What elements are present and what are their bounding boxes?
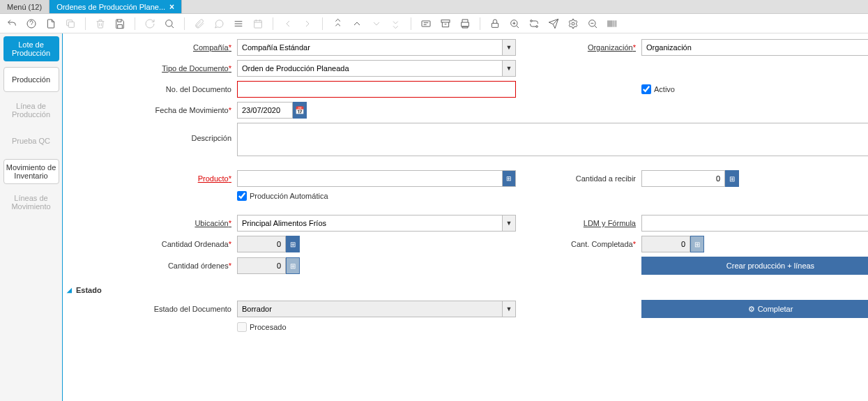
section-estado-label: Estado xyxy=(76,286,102,294)
field-tipodoc[interactable] xyxy=(237,60,502,77)
field-ldm[interactable] xyxy=(641,215,868,232)
checkbox-procesado xyxy=(237,322,247,332)
settings-icon[interactable] xyxy=(567,17,579,30)
svg-point-2 xyxy=(166,20,172,26)
field-descripcion[interactable] xyxy=(237,123,868,156)
label-tipodoc[interactable]: Tipo de Documento* xyxy=(63,64,237,73)
calc-icon: ⊞ xyxy=(690,236,704,252)
label-organizacion[interactable]: Organización* xyxy=(516,43,641,52)
calc-icon[interactable]: ⊞ xyxy=(725,170,739,187)
sidetab-lineasmov[interactable]: Líneas de Movimiento xyxy=(3,190,59,215)
field-estadodoc[interactable] xyxy=(237,301,502,317)
field-cantord[interactable] xyxy=(237,236,286,252)
svg-point-11 xyxy=(531,20,533,22)
chat-icon[interactable] xyxy=(213,17,225,30)
search-icon[interactable] xyxy=(163,17,176,30)
section-estado[interactable]: ◢Estado xyxy=(67,286,860,294)
checkbox-activo[interactable] xyxy=(641,84,651,94)
dropdown-icon[interactable]: ▼ xyxy=(502,215,516,232)
product-icon[interactable] xyxy=(586,17,599,30)
svg-rect-9 xyxy=(492,23,498,27)
field-compania[interactable] xyxy=(237,39,502,56)
new-icon[interactable] xyxy=(45,17,57,30)
label-prodauto: Producción Automática xyxy=(250,192,328,200)
label-ubicacion[interactable]: Ubicación* xyxy=(63,219,237,227)
field-cantordenes[interactable] xyxy=(237,257,286,274)
dropdown-icon[interactable]: ▼ xyxy=(502,301,516,317)
svg-rect-6 xyxy=(254,20,262,28)
refresh-icon[interactable] xyxy=(144,17,156,30)
undo-icon[interactable] xyxy=(6,17,18,30)
lock-icon[interactable] xyxy=(489,17,501,30)
label-fechamov: Fecha de Movimiento* xyxy=(63,106,237,114)
print-icon[interactable] xyxy=(459,17,471,30)
workflow-icon[interactable] xyxy=(528,17,540,30)
attach-icon[interactable] xyxy=(193,17,206,30)
up-icon[interactable] xyxy=(351,17,363,30)
tab-current[interactable]: Ordenes de Producción Plane... × xyxy=(50,0,182,13)
barcode-icon[interactable] xyxy=(606,17,618,30)
calc-icon[interactable]: ⊞ xyxy=(286,236,300,252)
svg-point-12 xyxy=(536,25,538,27)
label-estadodoc: Estado del Documento xyxy=(63,305,237,313)
send-icon[interactable] xyxy=(547,17,560,30)
down-icon[interactable] xyxy=(370,17,383,30)
sidetab-movimiento[interactable]: Movimiento de Inventario xyxy=(3,159,59,184)
label-cantrecibir: Cantidad a recibir xyxy=(516,174,641,183)
dropdown-icon[interactable]: ▼ xyxy=(502,39,516,56)
report-icon[interactable] xyxy=(420,17,432,30)
calendar-icon[interactable] xyxy=(252,17,264,30)
prev-icon[interactable] xyxy=(282,17,294,30)
toolbar xyxy=(0,14,868,33)
field-fechamov[interactable] xyxy=(237,102,293,119)
sidetab-lote[interactable]: Lote de Producción xyxy=(3,36,59,61)
label-descripcion: Descripción xyxy=(63,123,237,142)
label-ldm[interactable]: LDM y Fórmula xyxy=(516,219,641,227)
gear-icon: ⚙ xyxy=(748,305,755,314)
save-icon[interactable] xyxy=(114,17,126,30)
tab-menu[interactable]: Menú (12) xyxy=(0,0,50,13)
label-activo: Activo xyxy=(654,85,675,93)
label-compania[interactable]: Compañía* xyxy=(63,43,237,52)
field-cantcomp[interactable] xyxy=(641,236,690,252)
sidetab-linea[interactable]: Línea de Producción xyxy=(3,98,59,123)
delete-icon[interactable] xyxy=(94,17,107,30)
field-producto[interactable] xyxy=(237,170,502,187)
label-numdoc: No. del Documento xyxy=(63,85,237,93)
calendar-picker-icon[interactable]: 📅 xyxy=(293,102,307,119)
grid-icon[interactable] xyxy=(232,17,245,30)
tab-menu-label: Menú (12) xyxy=(7,3,42,11)
sidebar: Lote de Producción Producción Línea de P… xyxy=(0,33,63,401)
btn-crear-produccion[interactable]: Crear producción + líneas xyxy=(641,257,868,275)
first-icon[interactable] xyxy=(331,17,344,30)
tab-bar: Menú (12) Ordenes de Producción Plane...… xyxy=(0,0,868,14)
svg-point-13 xyxy=(572,22,574,25)
archive-icon[interactable] xyxy=(439,17,452,30)
sidetab-qc[interactable]: Prueba QC xyxy=(3,128,59,153)
label-producto[interactable]: Producto* xyxy=(63,174,237,183)
close-icon[interactable]: × xyxy=(169,2,174,12)
zoom-icon[interactable] xyxy=(508,17,521,30)
field-numdoc[interactable] xyxy=(237,81,516,98)
svg-rect-7 xyxy=(422,21,430,27)
help-icon[interactable] xyxy=(25,17,38,30)
collapse-icon[interactable]: ◢ xyxy=(67,287,72,294)
label-cantord: Cantidad Ordenada* xyxy=(63,240,237,248)
next-icon[interactable] xyxy=(301,17,314,30)
form-content: Compañía* ▼ Organización* ▼ Tipo de Docu… xyxy=(63,33,868,401)
calc-icon: ⊞ xyxy=(286,257,300,274)
svg-rect-8 xyxy=(441,20,450,22)
tab-current-label: Ordenes de Producción Plane... xyxy=(56,3,165,11)
field-cantrecibir[interactable] xyxy=(641,170,725,187)
label-cantcomp: Cant. Completada* xyxy=(516,240,641,248)
sidetab-produccion[interactable]: Producción xyxy=(3,67,59,92)
field-organizacion[interactable] xyxy=(641,39,868,56)
btn-completar[interactable]: ⚙Completar xyxy=(641,300,868,318)
last-icon[interactable] xyxy=(390,17,402,30)
dropdown-icon[interactable]: ▼ xyxy=(502,60,516,77)
copy-icon[interactable] xyxy=(64,17,77,30)
svg-rect-1 xyxy=(68,22,74,27)
product-lookup-icon[interactable]: ⊞ xyxy=(502,170,516,187)
field-ubicacion[interactable] xyxy=(237,215,502,232)
checkbox-prodauto[interactable] xyxy=(237,191,247,201)
